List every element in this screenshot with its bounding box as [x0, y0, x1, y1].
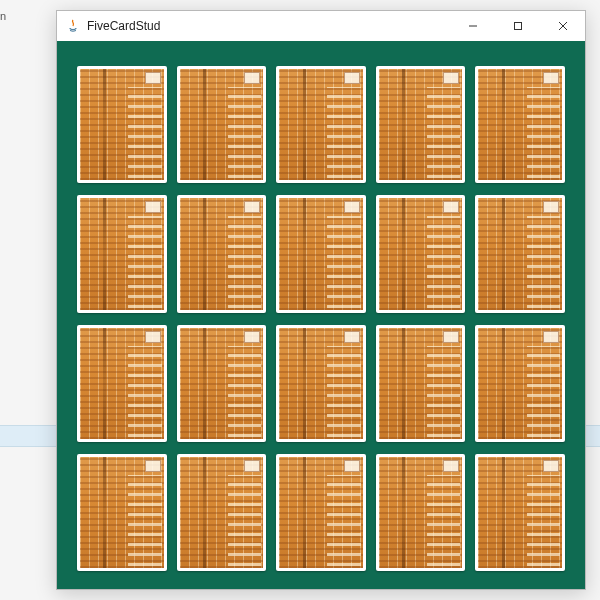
card[interactable] — [475, 325, 565, 442]
java-icon — [65, 18, 81, 34]
svg-rect-1 — [514, 23, 521, 30]
card[interactable] — [177, 66, 267, 183]
card[interactable] — [376, 195, 466, 312]
card[interactable] — [376, 66, 466, 183]
card-grid — [57, 41, 585, 589]
card[interactable] — [177, 454, 267, 571]
maximize-button[interactable] — [495, 11, 540, 41]
card[interactable] — [475, 66, 565, 183]
close-button[interactable] — [540, 11, 585, 41]
card[interactable] — [376, 325, 466, 442]
card[interactable] — [276, 195, 366, 312]
card[interactable] — [77, 454, 167, 571]
card[interactable] — [376, 454, 466, 571]
card[interactable] — [276, 325, 366, 442]
card[interactable] — [177, 325, 267, 442]
card[interactable] — [276, 454, 366, 571]
titlebar[interactable]: FiveCardStud — [57, 11, 585, 41]
card[interactable] — [475, 195, 565, 312]
card[interactable] — [276, 66, 366, 183]
card[interactable] — [177, 195, 267, 312]
card[interactable] — [77, 325, 167, 442]
card[interactable] — [475, 454, 565, 571]
card[interactable] — [77, 66, 167, 183]
card[interactable] — [77, 195, 167, 312]
minimize-button[interactable] — [450, 11, 495, 41]
app-window: FiveCardStud — [56, 10, 586, 590]
window-title: FiveCardStud — [87, 19, 160, 33]
background-partial-text: n — [0, 10, 6, 22]
